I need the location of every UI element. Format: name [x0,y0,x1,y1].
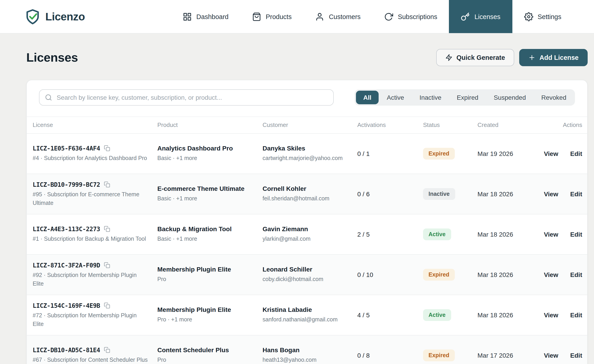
status-badge: Active [423,309,451,321]
edit-link[interactable]: Edit [570,190,582,198]
nav-label: Licenses [474,13,500,20]
status-badge: Inactive [423,188,455,200]
activations-count: 0 / 10 [357,255,423,295]
edit-link[interactable]: Edit [570,231,582,238]
copy-icon[interactable] [104,226,110,232]
product-tier: Basic · +1 more [157,154,254,162]
shield-check-logo-icon [25,8,41,25]
license-key: LICZ-BD10-7999-BC72 [33,181,100,188]
table-row: LICZ-154C-169F-4E9B #72 · Subscription f… [27,295,588,335]
customer-email: heath13@yahoo.com [263,356,349,364]
view-link[interactable]: View [544,271,558,278]
filter-tab-revoked[interactable]: Revoked [534,91,574,104]
view-link[interactable]: View [544,231,558,238]
product-tier: Pro [157,275,254,283]
view-link[interactable]: View [544,352,558,359]
copy-icon[interactable] [104,145,110,152]
activations-count: 0 / 6 [357,174,423,214]
filter-tab-expired[interactable]: Expired [450,91,486,104]
filter-tab-suspended[interactable]: Suspended [486,91,533,104]
top-navigation: Licenzo Dashboard Products Customers Sub… [0,0,594,34]
status-filter-group: All Active Inactive Expired Suspended Re… [355,89,575,106]
nav-item-products[interactable]: Products [240,0,303,33]
copy-icon[interactable] [104,182,110,188]
customer-name: Hans Bogan [263,347,349,354]
customer-name: Leonard Schiller [263,266,349,273]
view-link[interactable]: View [544,150,558,157]
quick-generate-button[interactable]: Quick Generate [436,49,514,66]
edit-link[interactable]: Edit [570,271,582,278]
licenses-page: Licenses Quick Generate Add License [0,49,594,364]
product-name: Analytics Dashboard Pro [157,145,254,152]
search-input[interactable] [39,89,334,106]
created-date: Mar 18 2026 [478,174,536,214]
license-key: LICZ-154C-169F-4E9B [33,302,100,309]
license-key: LICZ-A4E3-113C-2273 [33,226,100,233]
status-badge: Expired [423,269,455,281]
created-date: Mar 18 2026 [478,255,536,295]
view-link[interactable]: View [544,190,558,198]
activations-count: 0 / 8 [357,335,423,364]
customer-email: cartwright.marjorie@yahoo.com [263,154,349,162]
grid-icon [183,12,192,21]
table-row: LICZ-BD10-7999-BC72 #95 · Subscription f… [27,174,588,214]
customer-email: ylarkin@gmail.com [263,235,349,243]
column-header-license: License [27,117,157,134]
licenses-table: License Product Customer Activations Sta… [27,116,588,364]
add-license-label: Add License [540,54,579,61]
app: Licenzo Dashboard Products Customers Sub… [0,0,594,364]
table-header: License Product Customer Activations Sta… [27,117,588,134]
view-link[interactable]: View [544,311,558,319]
product-tier: Pro · +1 more [157,316,254,324]
product-tier: Basic · +1 more [157,235,254,243]
license-key: LICZ-1E05-F636-4AF4 [33,145,100,152]
nav-item-subscriptions[interactable]: Subscriptions [372,0,449,33]
copy-icon[interactable] [104,303,110,309]
license-subscription-meta: #4 · Subscription for Analytics Dashboar… [33,154,149,162]
table-row: LICZ-1E05-F636-4AF4 #4 · Subscription fo… [27,134,588,174]
table-row: LICZ-871C-3F2A-F09D #92 · Subscription f… [27,255,588,295]
table-row: LICZ-DB10-AD5C-81E4 #67 · Subscription f… [27,335,588,364]
nav-item-licenses[interactable]: Licenses [449,0,512,33]
filter-tab-inactive[interactable]: Inactive [412,91,449,104]
edit-link[interactable]: Edit [570,311,582,319]
created-date: Mar 18 2026 [478,295,536,335]
product-name: E-commerce Theme Ultimate [157,185,254,192]
edit-link[interactable]: Edit [570,150,582,157]
nav-spacer [85,0,171,33]
brand-name: Licenzo [45,10,85,23]
add-license-button[interactable]: Add License [519,49,588,66]
nav-label: Products [266,13,291,20]
column-header-actions: Actions [536,117,588,134]
customer-name: Gavin Ziemann [263,226,349,233]
brand-logo[interactable]: Licenzo [0,0,85,33]
user-icon [315,12,324,21]
license-subscription-meta: #92 · Subscription for Membership Plugin… [33,271,149,288]
product-name: Membership Plugin Elite [157,306,254,313]
license-subscription-meta: #67 · Subscription for Content Scheduler… [33,356,149,364]
licenses-card: All Active Inactive Expired Suspended Re… [26,80,588,364]
edit-link[interactable]: Edit [570,352,582,359]
shopping-bag-icon [252,12,261,21]
search-box [39,89,334,106]
filter-tab-active[interactable]: Active [379,91,411,104]
created-date: Mar 18 2026 [478,214,536,255]
key-icon [461,12,470,21]
nav-item-dashboard[interactable]: Dashboard [171,0,240,33]
status-badge: Expired [423,148,455,160]
activations-count: 2 / 5 [357,214,423,255]
activations-count: 0 / 1 [357,134,423,174]
customer-email: feil.sheridan@hotmail.com [263,195,349,203]
nav-label: Customers [329,13,360,20]
table-body: LICZ-1E05-F636-4AF4 #4 · Subscription fo… [27,134,588,364]
copy-icon[interactable] [104,262,110,269]
nav-item-customers[interactable]: Customers [303,0,372,33]
product-tier: Pro [157,356,254,364]
license-key: LICZ-DB10-AD5C-81E4 [33,347,100,354]
copy-icon[interactable] [104,347,110,353]
filter-tab-all[interactable]: All [356,91,379,104]
nav-item-settings[interactable]: Settings [512,0,573,33]
activations-count: 4 / 5 [357,295,423,335]
created-date: Mar 19 2026 [478,134,536,174]
table-row: LICZ-A4E3-113C-2273 #1 · Subscription fo… [27,214,588,255]
